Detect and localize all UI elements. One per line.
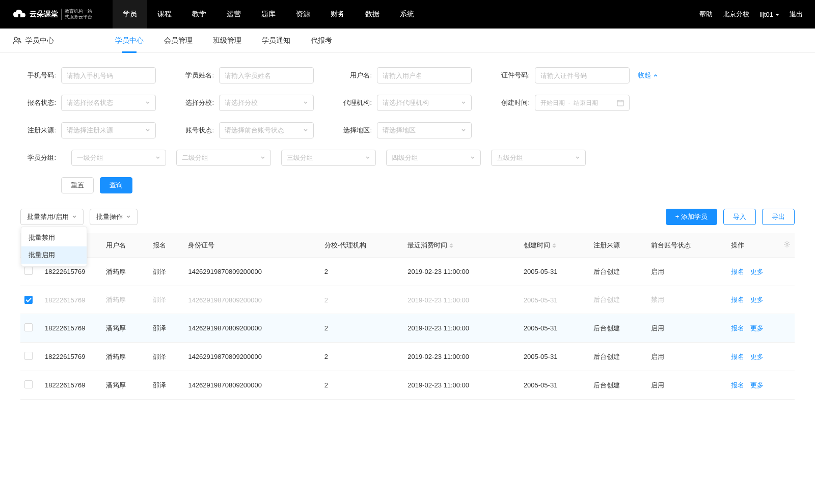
brand-name: 云朵课堂: [30, 10, 58, 19]
add-student-button[interactable]: + 添加学员: [666, 209, 717, 225]
brand-logo: 云朵课堂 教育机构一站式服务云平台: [12, 9, 92, 20]
batch-ops-dropdown[interactable]: 批量操作: [90, 209, 138, 225]
topnav-item-8[interactable]: 系统: [390, 0, 424, 29]
col-last-spend[interactable]: 最近消费时间: [403, 233, 520, 258]
topnav-item-4[interactable]: 题库: [251, 0, 286, 29]
subnav-tab-1[interactable]: 会员管理: [164, 29, 193, 53]
chevron-down-icon: [303, 128, 308, 133]
cell-username: 潘筠厚: [102, 314, 149, 343]
row-signup-link[interactable]: 报名: [731, 268, 744, 275]
branch-label: 选择分校:: [178, 98, 214, 107]
row-more-link[interactable]: 更多: [750, 296, 764, 303]
chevron-down-icon: [461, 100, 466, 105]
reset-button[interactable]: 重置: [61, 177, 94, 193]
chevron-up-icon: [653, 73, 658, 78]
row-signup-link[interactable]: 报名: [731, 353, 744, 360]
batch-enable-item[interactable]: 批量启用: [21, 246, 87, 264]
batch-toggle-dropdown[interactable]: 批量禁用/启用 批量禁用 批量启用: [20, 209, 84, 225]
cell-created: 2005-05-31: [520, 343, 589, 371]
user-menu[interactable]: lijt01: [759, 11, 779, 18]
brand-subtitle: 教育机构一站式服务云平台: [61, 9, 92, 20]
subnav-tab-2[interactable]: 班级管理: [213, 29, 241, 53]
source-select[interactable]: 请选择注册来源: [61, 122, 156, 138]
row-more-link[interactable]: 更多: [750, 381, 764, 389]
cell-last-spend: 2019-02-23 11:00:00: [403, 286, 520, 314]
chevron-down-icon: [303, 100, 308, 105]
group-select-2[interactable]: 二级分组: [176, 150, 271, 166]
phone-input[interactable]: [61, 67, 156, 83]
topnav-item-0[interactable]: 学员: [113, 0, 147, 29]
region-select[interactable]: 请选择地区: [377, 122, 472, 138]
cell-username: 潘筠厚: [102, 258, 149, 286]
acct-status-select[interactable]: 请选择前台账号状态: [219, 122, 314, 138]
cell-created: 2005-05-31: [520, 314, 589, 343]
cell-signup: 邵泽: [149, 286, 184, 314]
import-button[interactable]: 导入: [723, 209, 756, 225]
row-signup-link[interactable]: 报名: [731, 324, 744, 332]
gear-icon[interactable]: [783, 241, 791, 248]
row-checkbox[interactable]: [24, 380, 33, 388]
row-more-link[interactable]: 更多: [750, 268, 764, 275]
agency-select[interactable]: 请选择代理机构: [377, 95, 472, 111]
row-signup-link[interactable]: 报名: [731, 381, 744, 389]
branch-link[interactable]: 北京分校: [723, 10, 749, 19]
created-date-range[interactable]: 开始日期 - 结束日期: [535, 95, 630, 111]
sort-icon: [552, 243, 556, 248]
col-source[interactable]: 注册来源: [589, 233, 647, 258]
col-created[interactable]: 创建时间: [520, 233, 589, 258]
user-label: 用户名:: [336, 71, 372, 80]
name-input[interactable]: [219, 67, 314, 83]
row-more-link[interactable]: 更多: [750, 353, 764, 360]
cell-status: 启用: [647, 258, 726, 286]
logout-link[interactable]: 退出: [790, 10, 803, 19]
subnav-tab-0[interactable]: 学员中心: [115, 29, 144, 53]
group-select-1[interactable]: 一级分组: [71, 150, 166, 166]
group-select-4[interactable]: 四级分组: [386, 150, 481, 166]
cell-phone: 18222615769: [41, 286, 102, 314]
cell-source: 后台创建: [589, 314, 647, 343]
table-row: 18222615769潘筠厚邵泽142629198708092000002201…: [20, 258, 795, 286]
svg-rect-2: [617, 100, 623, 106]
subnav-tab-4[interactable]: 代报考: [311, 29, 332, 53]
col-signup[interactable]: 报名: [149, 233, 184, 258]
row-signup-link[interactable]: 报名: [731, 296, 744, 303]
batch-disable-item[interactable]: 批量禁用: [21, 229, 87, 246]
row-more-link[interactable]: 更多: [750, 324, 764, 332]
cell-idno: 14262919870809200000: [184, 314, 320, 343]
topnav-item-3[interactable]: 运营: [216, 0, 251, 29]
topnav-item-2[interactable]: 教学: [182, 0, 216, 29]
row-checkbox[interactable]: [24, 323, 33, 331]
signup-status-select[interactable]: 请选择报名状态: [61, 95, 156, 111]
collapse-toggle[interactable]: 收起: [638, 71, 658, 80]
cell-created: 2005-05-31: [520, 286, 589, 314]
col-username[interactable]: 用户名: [102, 233, 149, 258]
row-checkbox[interactable]: [24, 267, 33, 275]
col-branch-agency[interactable]: 分校-代理机构: [320, 233, 404, 258]
help-link[interactable]: 帮助: [699, 10, 713, 19]
user-icon: [12, 36, 21, 45]
group-select-3[interactable]: 三级分组: [281, 150, 376, 166]
cell-signup: 邵泽: [149, 371, 184, 400]
group-select-5[interactable]: 五级分组: [491, 150, 586, 166]
branch-select[interactable]: 请选择分校: [219, 95, 314, 111]
col-idno[interactable]: 身份证号: [184, 233, 320, 258]
query-button[interactable]: 查询: [100, 177, 132, 193]
cell-source: 后台创建: [589, 258, 647, 286]
user-input[interactable]: [377, 67, 472, 83]
cell-signup: 邵泽: [149, 343, 184, 371]
subnav-tab-3[interactable]: 学员通知: [262, 29, 290, 53]
cell-status: 启用: [647, 314, 726, 343]
export-button[interactable]: 导出: [762, 209, 795, 225]
row-checkbox[interactable]: [24, 352, 33, 360]
topnav-item-5[interactable]: 资源: [286, 0, 320, 29]
chevron-down-icon: [72, 214, 77, 219]
idno-label: 证件号码:: [494, 71, 530, 80]
cell-signup: 邵泽: [149, 314, 184, 343]
col-acct-status[interactable]: 前台账号状态: [647, 233, 726, 258]
topnav-item-1[interactable]: 课程: [147, 0, 182, 29]
topnav-item-6[interactable]: 财务: [320, 0, 355, 29]
idno-input[interactable]: [535, 67, 630, 83]
row-checkbox[interactable]: [24, 296, 33, 304]
topnav-item-7[interactable]: 数据: [355, 0, 390, 29]
cell-created: 2005-05-31: [520, 258, 589, 286]
